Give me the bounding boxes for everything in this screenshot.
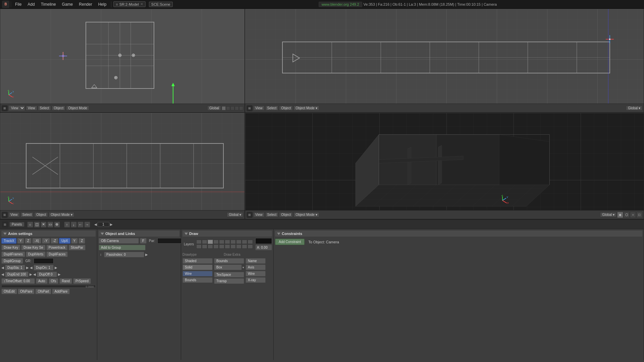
collapse-draw[interactable] <box>184 233 188 235</box>
dupend-left[interactable]: ◀ <box>1 273 4 276</box>
vp-select-btn-bl[interactable]: Select <box>20 212 34 217</box>
viewport-bottom-right[interactable]: Y X Z (1) Camera ⊞ View Select Object Ob… <box>245 113 644 219</box>
ofsedit-btn[interactable]: OfsEdit <box>1 289 17 294</box>
track-y-btn[interactable]: Y <box>17 238 24 244</box>
axis-btn[interactable]: Axis <box>246 264 266 270</box>
panel-btn-7[interactable]: ↓ <box>71 222 77 228</box>
track-nz-btn[interactable]: -Z <box>51 238 58 244</box>
vp-select-btn[interactable]: Select <box>38 106 51 111</box>
menu-timeline[interactable]: Timeline <box>38 1 59 7</box>
box-btn[interactable]: Box <box>214 264 242 270</box>
ofspart-btn[interactable]: OfsPart <box>35 289 51 294</box>
color-swatch[interactable] <box>255 238 272 244</box>
vp-mode-btn[interactable]: Object Mode <box>66 106 89 111</box>
dupliverts-btn[interactable]: DupliVerts <box>26 251 46 257</box>
filename-box[interactable]: ≡ SR:2-Model ✕ <box>113 1 146 7</box>
vp-global-btn-br[interactable]: Global ▾ <box>600 212 616 217</box>
panel-header-draw[interactable]: Draw <box>182 231 272 237</box>
shaded-btn[interactable]: Shaded <box>182 258 213 264</box>
duplifaces-btn[interactable]: DupliFaces <box>46 251 68 257</box>
prspeed-btn[interactable]: PrSpeed <box>73 278 91 284</box>
track-ny-btn[interactable]: -Y <box>42 238 50 244</box>
trackx-btn[interactable]: TrackX <box>1 238 16 244</box>
panel-btn-8[interactable]: ← <box>77 222 84 228</box>
vp-mode-select[interactable]: View <box>8 105 25 111</box>
num-increase[interactable]: ▶ <box>110 223 113 226</box>
close-filename[interactable]: ✕ <box>140 2 143 6</box>
dupoff-field[interactable]: DupOff 0 <box>37 272 57 277</box>
vp-grid-icon-tr[interactable]: ⊞ <box>247 105 253 111</box>
panel-header-constraints[interactable]: Constraints <box>275 231 642 237</box>
xray-btn[interactable]: X-ray <box>246 277 266 283</box>
vp-global-btn[interactable]: Global <box>207 106 221 111</box>
vp-grid-icon-bl[interactable]: ⊞ <box>2 212 8 218</box>
menu-add[interactable]: Add <box>25 1 37 7</box>
viewport-top-right[interactable]: (1) Camera ⊞ View Select Object Object M… <box>245 9 644 113</box>
f-field[interactable]: F <box>140 238 147 244</box>
collapse-anim[interactable] <box>3 233 7 235</box>
dupsta-right[interactable]: ▶ <box>26 266 29 269</box>
dupsta-field[interactable]: DupSta: 1 <box>5 265 25 270</box>
panel-btn-9[interactable]: → <box>84 222 90 228</box>
vp-select-btn-br[interactable]: Select <box>265 212 279 217</box>
menu-render[interactable]: Render <box>76 1 95 7</box>
timeoffset-slider[interactable]: 0.0000 <box>1 285 96 288</box>
passindex-field[interactable]: PassIndex: 0 <box>104 252 144 257</box>
track-nx-btn[interactable]: -X| <box>32 238 41 244</box>
transp-btn[interactable]: Transp <box>214 278 244 284</box>
ofs-btn[interactable]: Ofs <box>49 278 59 284</box>
menu-help[interactable]: Help <box>96 1 109 7</box>
up-z-btn[interactable]: Z <box>78 238 85 244</box>
vp-object-btn-tr[interactable]: Object <box>279 106 293 111</box>
rand-btn[interactable]: Rand <box>59 278 72 284</box>
viewport-bottom-left[interactable]: Y X Z (1) Camera ⊞ View Select Object Ob… <box>0 113 245 219</box>
draw-key-se-btn[interactable]: Draw Key Se <box>21 245 45 250</box>
panel-btn-2[interactable]: ◫ <box>34 222 40 228</box>
timeoffset-field[interactable]: ↕TimeOffset: 0.00 <box>1 278 35 284</box>
powertrack-btn[interactable]: Powertrack <box>46 245 68 250</box>
panel-btn-1[interactable]: ○ <box>27 222 33 228</box>
vp-select-btn-tr[interactable]: Select <box>265 106 279 111</box>
bounds-btn-dt[interactable]: Bounds <box>182 277 213 283</box>
add-constraint-btn[interactable]: Add Constraint <box>275 239 305 245</box>
solid-btn[interactable]: Solid <box>182 264 213 270</box>
vp-mode-btn-bl[interactable]: Object Mode ▾ <box>49 212 74 217</box>
gr-input[interactable] <box>34 258 54 264</box>
bounds-btn-de[interactable]: Bounds <box>214 258 244 264</box>
vp-object-btn-bl[interactable]: Object <box>34 212 48 217</box>
upx-btn[interactable]: UpX <box>59 238 70 244</box>
collapse-object[interactable] <box>101 233 104 235</box>
vp-global-btn-bl[interactable]: Global ▾ <box>227 212 243 217</box>
website-link[interactable]: www.blender.org 249.2 <box>319 2 362 7</box>
panel-header-object[interactable]: Object and Links <box>99 231 179 237</box>
alpha-field[interactable] <box>255 245 272 250</box>
panel-btn-6[interactable]: ↑ <box>64 222 70 228</box>
vp-grid-icon[interactable]: ⊞ <box>2 105 8 111</box>
panel-btn-5[interactable]: ⊕ <box>54 222 60 228</box>
vp-view-btn[interactable]: View <box>26 106 37 111</box>
addpare-btn[interactable]: AddPare <box>52 289 70 294</box>
dupliframes-btn[interactable]: DupliFrames <box>1 251 25 257</box>
dupon-right[interactable]: ▶ <box>55 266 57 269</box>
dupon-field[interactable]: DupOn: 1 <box>34 265 54 270</box>
collapse-constraints[interactable] <box>277 233 280 235</box>
vp-grid-icon-br[interactable]: ⊞ <box>247 212 253 218</box>
dupend-field[interactable]: DupEnd 100 <box>5 272 29 277</box>
wire2-btn[interactable]: Wire <box>246 271 266 277</box>
vp-mode-btn-br[interactable]: Object Mode ▾ <box>293 212 319 217</box>
draw-key-btn[interactable]: Draw Key <box>1 245 20 250</box>
dupligroup-btn[interactable]: DupliGroup <box>1 258 23 264</box>
vp-view-btn-br[interactable]: View <box>253 212 265 217</box>
vp-view-btn-bl[interactable]: View <box>8 212 20 217</box>
track-z-btn[interactable]: Z <box>25 238 32 244</box>
num-decrease[interactable]: ◀ <box>94 223 97 226</box>
auto-btn[interactable]: Auto <box>36 278 48 284</box>
dupsta-left[interactable]: ◀ <box>1 266 4 269</box>
vp-global-btn-tr[interactable]: Global ▾ <box>626 106 642 111</box>
texspace-btn[interactable]: TexSpace <box>214 272 244 278</box>
box-dropdown[interactable]: ▾ <box>243 266 244 269</box>
panel-btn-3[interactable]: ✕ <box>41 222 47 228</box>
dupoff-right[interactable]: ▶ <box>58 273 61 276</box>
ob-name-field[interactable]: OB:Camera <box>99 238 139 244</box>
menu-file[interactable]: File <box>12 1 24 7</box>
